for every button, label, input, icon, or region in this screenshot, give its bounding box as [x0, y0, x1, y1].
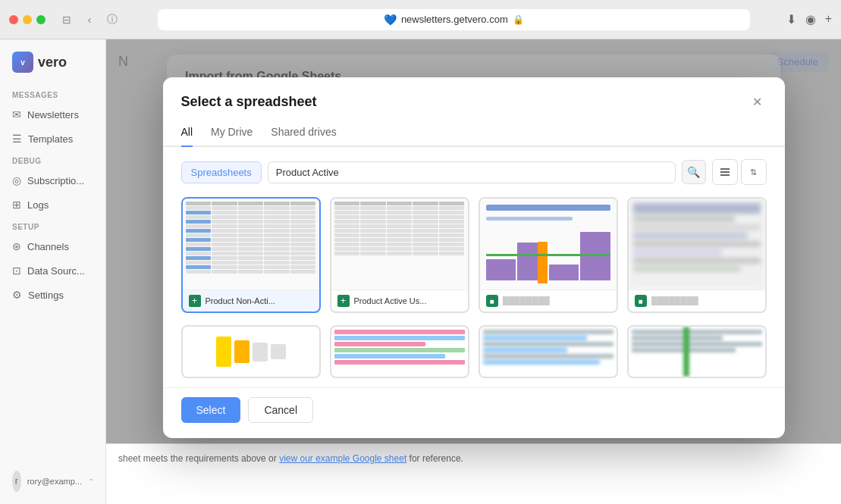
spreadsheets-filter-button[interactable]: Spreadsheets [181, 161, 262, 183]
sidebar-item-subscriptions[interactable]: ◎ Subscriptio... [0, 168, 105, 193]
sidebar-section-messages: MESSAGES [0, 85, 105, 102]
close-traffic-light[interactable] [9, 15, 18, 24]
example-sheet-link[interactable]: view our example Google sheet [279, 453, 406, 464]
tab-my-drive[interactable]: My Drive [211, 120, 253, 147]
grid-item-chart[interactable]: ■ ████████ [479, 197, 618, 313]
bp-row-3 [633, 224, 761, 230]
search-icon: 🔍 [687, 166, 700, 178]
sidebar-item-datasources[interactable]: ⊡ Data Sourc... [0, 258, 105, 283]
partial-row-8a [632, 330, 762, 334]
partial-bar-5a [216, 337, 231, 367]
traffic-lights [9, 15, 46, 24]
grid-item-partial-6[interactable] [330, 325, 469, 378]
select-button[interactable]: Select [181, 397, 241, 423]
sort-icon: ⇅ [748, 167, 759, 177]
back-btn[interactable]: ‹ [80, 11, 99, 29]
bottom-text-before: sheet meets the requirements above or [118, 453, 279, 464]
download-icon[interactable]: ⬇ [786, 12, 796, 27]
partial-row-6a [334, 330, 465, 334]
sidebar-subscriptions-label: Subscriptio... [27, 175, 84, 186]
tab-shared-drives[interactable]: Shared drives [271, 120, 336, 147]
modal-search-bar: Spreadsheets 🔍 [163, 147, 785, 197]
partial-row-7d [483, 348, 568, 352]
partial-preview-5 [183, 327, 319, 377]
channels-icon: ⊛ [12, 240, 21, 252]
chart-orange-bar [538, 242, 548, 283]
sidebar-newsletters-label: Newsletters [27, 109, 79, 121]
item-name-1: Product Non-Acti... [206, 296, 275, 305]
spreadsheet-grid: + Product Non-Acti... [163, 197, 785, 325]
svg-rect-0 [720, 168, 730, 170]
close-icon: ✕ [752, 95, 762, 109]
bp-row-5 [633, 241, 761, 247]
grid-item-thumb-3 [480, 199, 617, 290]
spreadsheet-preview-2 [331, 199, 468, 290]
grid-item-partial-8[interactable] [627, 325, 767, 378]
search-button[interactable]: 🔍 [682, 160, 706, 184]
sidebar-item-settings[interactable]: ⚙ Settings [0, 283, 105, 307]
sidebar-datasources-label: Data Sourc... [27, 265, 85, 277]
partial-row-6d [334, 348, 465, 352]
browser-chrome: ⊟ ‹ ⓘ 💙 newsletters.getvero.com 🔒 ⬇ ◉ + [0, 0, 841, 39]
modal-title: Select a spreadsheet [181, 94, 317, 110]
partial-row-7e [483, 354, 613, 358]
chart-bar-1 [486, 259, 516, 280]
partial-bar-5b [234, 340, 249, 363]
minimize-traffic-light[interactable] [23, 15, 32, 24]
sidebar-templates-label: Templates [28, 133, 73, 145]
grid-item-partial-5[interactable] [181, 325, 321, 378]
sidebar-item-logs[interactable]: ⊞ Logs [0, 193, 105, 217]
sidebar-settings-label: Settings [28, 290, 64, 301]
grid-item-product-active[interactable]: + Product Active Us... [330, 197, 469, 313]
modal-footer: Select Cancel [163, 387, 785, 438]
blurred-preview-4 [629, 199, 765, 290]
sidebar-item-channels[interactable]: ⊛ Channels [0, 234, 105, 258]
user-menu-icon[interactable]: ⌃ [88, 477, 94, 486]
tab-all[interactable]: All [181, 120, 193, 147]
grid-item-product-non-active[interactable]: + Product Non-Acti... [181, 197, 321, 313]
svg-text:⇅: ⇅ [750, 167, 757, 177]
partial-row-7a [483, 330, 613, 334]
bp-row-8 [633, 266, 742, 272]
info-btn[interactable]: ⓘ [103, 11, 121, 29]
grid-item-partial-7[interactable] [479, 325, 618, 378]
svg-rect-2 [720, 174, 730, 176]
bottom-text-after: for reference. [410, 453, 463, 464]
new-tab-icon[interactable]: + [825, 12, 832, 27]
chart-sub-bar [486, 217, 573, 221]
sort-view-button[interactable]: ⇅ [741, 159, 767, 185]
partial-row-6f [334, 360, 465, 365]
bp-row-4 [633, 233, 748, 239]
partial-row-7b [483, 336, 588, 340]
list-view-button[interactable] [712, 159, 738, 185]
user-email: rory@examp... [27, 477, 82, 486]
partial-preview-8 [629, 327, 765, 377]
address-bar[interactable]: 💙 newsletters.getvero.com 🔒 [158, 9, 750, 30]
modal-close-button[interactable]: ✕ [748, 92, 767, 111]
search-input[interactable] [276, 167, 667, 178]
grid-item-blurred[interactable]: ■ ████████ [627, 197, 767, 313]
chart-area [486, 224, 610, 283]
sidebar-item-templates[interactable]: ☰ Templates [0, 127, 105, 151]
gs-icon-4: ■ [635, 295, 647, 307]
item-name-3: ████████ [503, 296, 550, 305]
chart-header-bar [486, 205, 610, 211]
cancel-button[interactable]: Cancel [248, 397, 313, 423]
grid-item-thumb-1 [183, 199, 319, 290]
modal-header: Select a spreadsheet ✕ [163, 77, 785, 111]
item-name-2: Product Active Us... [354, 296, 427, 305]
sidebar-item-newsletters[interactable]: ✉ Newsletters [0, 102, 105, 127]
view-buttons: ⇅ [712, 159, 767, 185]
datasources-icon: ⊡ [12, 265, 21, 277]
partial-row-7c [483, 342, 613, 346]
sidebar-toggle-btn[interactable]: ⊟ [58, 11, 76, 29]
maximize-traffic-light[interactable] [36, 15, 46, 24]
bp-row-2 [633, 216, 735, 222]
bg-bottom-text: sheet meets the requirements above or vi… [118, 453, 829, 464]
profile-icon[interactable]: ◉ [805, 12, 816, 27]
list-view-icon [720, 167, 730, 177]
logo-icon: v [12, 52, 33, 73]
logo-text: vero [38, 55, 67, 70]
sidebar-logs-label: Logs [27, 199, 49, 211]
chart-line [486, 254, 610, 256]
